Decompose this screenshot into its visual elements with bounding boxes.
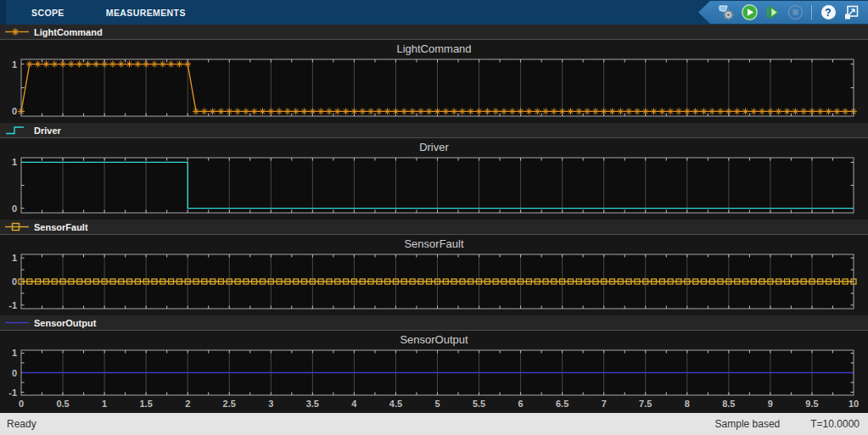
plot-canvas-sensorfault[interactable]: 10-1 — [0, 252, 868, 315]
svg-text:0: 0 — [12, 276, 17, 287]
svg-text:0: 0 — [12, 204, 17, 214]
svg-text:10: 10 — [848, 399, 859, 409]
svg-text:1: 1 — [12, 348, 17, 358]
tab-bar: SCOPE MEASUREMENTS — [0, 0, 868, 25]
plot-canvas-driver[interactable]: 10 — [0, 155, 868, 220]
svg-text:2: 2 — [185, 399, 190, 409]
plot-title: LightCommand — [0, 40, 868, 57]
svg-text:0: 0 — [19, 399, 24, 409]
tab-measurements[interactable]: MEASUREMENTS — [106, 8, 186, 18]
legend-driver[interactable]: Driver — [0, 123, 868, 138]
status-sample-mode: Sample based — [715, 418, 781, 430]
legend-lightcommand[interactable]: LightCommand — [0, 25, 868, 40]
plot-canvas-sensoroutput[interactable]: 10-100.511.522.533.544.555.566.577.588.5… — [0, 348, 868, 410]
plot-panel-lightcommand: LightCommand 10 — [0, 40, 868, 123]
window-edge — [0, 0, 6, 25]
svg-text:3: 3 — [268, 399, 273, 409]
svg-text:4: 4 — [351, 399, 357, 409]
legend-label: LightCommand — [34, 27, 103, 37]
svg-text:0: 0 — [12, 106, 17, 116]
status-bar: Ready Sample based T=10.0000 — [0, 413, 868, 435]
tab-scope[interactable]: SCOPE — [31, 8, 64, 18]
svg-text:9: 9 — [768, 399, 773, 409]
svg-text:-1: -1 — [8, 388, 17, 398]
step-forward-icon[interactable] — [763, 3, 781, 22]
simulate-toolbar: ? — [698, 1, 868, 24]
svg-text:1: 1 — [12, 253, 17, 263]
plot-title: SensorFault — [0, 235, 868, 252]
stop-icon — [786, 3, 804, 22]
plot-panel-driver: Driver 10 — [0, 138, 868, 220]
svg-text:1: 1 — [12, 59, 17, 70]
lightcommand-marker-icon — [4, 26, 30, 37]
scope-window: SCOPE MEASUREMENTS — [0, 0, 868, 435]
svg-text:6: 6 — [518, 399, 524, 409]
sensoroutput-marker-icon — [4, 317, 30, 328]
svg-text:1: 1 — [102, 399, 107, 409]
svg-text:2.5: 2.5 — [223, 399, 236, 409]
help-icon[interactable]: ? — [819, 3, 837, 22]
run-icon[interactable] — [740, 3, 759, 22]
svg-text:5: 5 — [434, 399, 440, 409]
plot-panel-sensorfault: SensorFault 10-1 — [0, 235, 868, 315]
svg-text:7: 7 — [602, 399, 607, 409]
svg-text:0.5: 0.5 — [56, 399, 69, 409]
toolbar-divider — [811, 5, 812, 20]
svg-text:9.5: 9.5 — [805, 399, 818, 409]
svg-text:1.5: 1.5 — [140, 399, 153, 409]
svg-text:0: 0 — [12, 368, 17, 378]
status-message: Ready — [0, 418, 36, 430]
plot-canvas-lightcommand[interactable]: 10 — [0, 57, 868, 123]
svg-text:7.5: 7.5 — [639, 399, 652, 409]
legend-label: Driver — [34, 125, 61, 136]
simulation-settings-icon[interactable] — [717, 3, 736, 22]
sensorfault-marker-icon — [4, 221, 30, 232]
legend-sensoroutput[interactable]: SensorOutput — [0, 315, 868, 331]
status-sim-time: T=10.0000 — [810, 418, 860, 430]
legend-sensorfault[interactable]: SensorFault — [0, 220, 868, 235]
driver-marker-icon — [4, 125, 30, 136]
plot-title: SensorOutput — [0, 331, 868, 348]
plot-panel-sensoroutput: SensorOutput 10-100.511.522.533.544.555.… — [0, 331, 868, 410]
svg-text:1: 1 — [12, 157, 17, 167]
svg-text:-1: -1 — [8, 300, 17, 310]
plot-title: Driver — [0, 138, 868, 155]
svg-text:8.5: 8.5 — [722, 399, 735, 409]
legend-label: SensorOutput — [34, 318, 96, 328]
svg-text:6.5: 6.5 — [556, 399, 568, 409]
svg-text:3.5: 3.5 — [306, 399, 319, 409]
svg-text:4.5: 4.5 — [389, 399, 402, 409]
svg-text:5.5: 5.5 — [473, 399, 485, 409]
pop-out-icon[interactable] — [842, 3, 860, 22]
svg-text:8: 8 — [685, 399, 690, 409]
legend-label: SensorFault — [34, 222, 88, 232]
